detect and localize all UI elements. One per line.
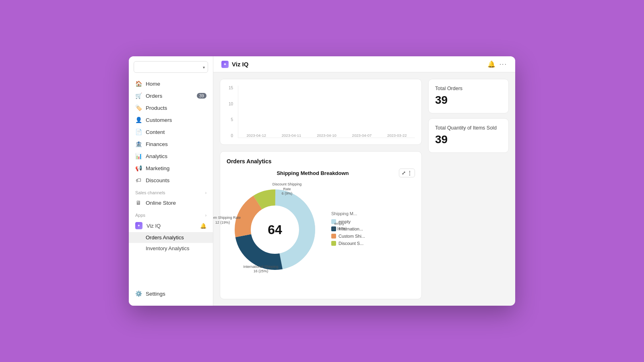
inventory-analytics-label: Inventory Analytics (146, 245, 189, 251)
legend-item-custom: Custom Shi... (331, 234, 415, 239)
sidebar-item-home[interactable]: 🏠 Home (129, 78, 213, 90)
chart-title: Shipping Method Breakdown (227, 170, 399, 176)
total-qty-value: 39 (435, 133, 502, 146)
store-dropdown[interactable] (134, 61, 208, 73)
bar-date-label: 2023-04-10 (317, 133, 336, 138)
settings-label: Settings (146, 291, 165, 297)
right-column: Total Orders 39 Total Quantity of Items … (428, 79, 509, 299)
apps-chevron: › (205, 213, 206, 218)
donut-chart: 64 Discount Shipping Rate6 (9%) Custom S… (227, 181, 323, 278)
total-orders-card: Total Orders 39 (428, 79, 509, 113)
topbar-more-button[interactable]: ··· (500, 61, 507, 68)
sidebar-label-products: Products (146, 105, 167, 111)
sidebar-label-customers: Customers (146, 117, 172, 123)
analytics-icon: 📊 (135, 153, 142, 159)
expand-icon: ⤢ (402, 170, 406, 176)
sidebar-item-online-store[interactable]: 🖥 Online Store (129, 197, 213, 209)
orders-analytics-card: Orders Analytics Shipping Method Breakdo… (220, 151, 422, 299)
sidebar-item-settings[interactable]: ⚙️ Settings (129, 286, 213, 301)
sidebar-item-finances[interactable]: 🏦 Finances (129, 138, 213, 150)
donut-outer: 64 Discount Shipping Rate6 (9%) Custom S… (227, 181, 323, 278)
viz-iq-bell-icon: 🔔 (200, 223, 206, 229)
donut-section: 64 Discount Shipping Rate6 (9%) Custom S… (227, 181, 415, 278)
bar-date-label: 2023-04-07 (352, 133, 372, 138)
online-store-icon: 🖥 (135, 200, 142, 206)
sidebar: ▾ 🏠 Home 🛒 Orders 39 🏷️ Products 👤 Custo… (129, 56, 213, 306)
donut-label-international: International Shipping16 (25%) (239, 265, 283, 274)
donut-label-empty: empty30 (47%) (325, 222, 353, 231)
analytics-section-title: Orders Analytics (227, 158, 272, 165)
viz-iq-icon: ✦ (135, 222, 142, 229)
bar-date-label: 2023-03-22 (387, 133, 407, 138)
sidebar-label-analytics: Analytics (146, 153, 167, 159)
legend-label-discount: Discount S... (339, 241, 363, 246)
orders-analytics-label: Orders Analytics (146, 234, 184, 241)
sidebar-item-orders[interactable]: 🛒 Orders 39 (129, 90, 213, 102)
bar-group: 2023-04-10 (313, 132, 341, 138)
topbar-bell-button[interactable]: 🔔 (487, 60, 495, 68)
sidebar-item-inventory-analytics[interactable]: Inventory Analytics (129, 243, 213, 254)
legend-item-discount: Discount S... (331, 241, 415, 246)
legend-title: Shipping M... (331, 211, 415, 216)
expand-button[interactable]: ⤢ ⋮ (399, 169, 415, 177)
sales-channels-label: Sales channels (135, 190, 165, 195)
settings-icon: ⚙️ (135, 290, 142, 297)
apps-section: Apps › (129, 209, 213, 219)
sidebar-label-discounts: Discounts (146, 177, 169, 183)
sidebar-item-analytics[interactable]: 📊 Analytics (129, 150, 213, 162)
sidebar-label-content: Content (146, 129, 165, 135)
finances-icon: 🏦 (135, 141, 142, 147)
sidebar-item-orders-analytics[interactable]: Orders Analytics (129, 232, 213, 243)
sidebar-label-viz-iq: Viz IQ (147, 223, 161, 229)
bar-group: 2023-04-11 (277, 132, 305, 138)
apps-label: Apps (135, 213, 145, 218)
sidebar-label-orders: Orders (146, 93, 162, 99)
orders-icon: 🛒 (135, 93, 142, 99)
total-orders-label: Total Orders (435, 86, 502, 91)
sidebar-item-viz-iq[interactable]: ✦ Viz IQ 🔔 (129, 219, 213, 232)
total-qty-label: Total Quantity of Items Sold (435, 125, 502, 131)
chart-header: Shipping Method Breakdown ⤢ ⋮ (227, 169, 415, 177)
bar-group: 2023-04-12 (242, 132, 270, 138)
legend-label-custom: Custom Shi... (339, 234, 365, 239)
donut-center-value: 64 (268, 222, 282, 237)
main-content: ✦ Viz IQ 🔔 ··· 0 5 10 15 (213, 56, 515, 306)
more-icon: ⋮ (407, 170, 412, 176)
sales-channels-section: Sales channels › (129, 186, 213, 197)
bar-group: 2023-04-07 (348, 132, 376, 138)
bar-date-label: 2023-04-12 (246, 133, 266, 138)
customers-icon: 👤 (135, 117, 142, 123)
sales-channels-chevron: › (205, 191, 206, 195)
donut-label-custom: Custom Shipping Rate12 (19%) (213, 216, 243, 225)
legend-color-discount (331, 241, 336, 246)
left-column: 0 5 10 15 2023-04-122023-04-112023-04-10… (220, 79, 422, 299)
topbar-viz-icon: ✦ (221, 61, 229, 68)
discounts-icon: 🏷 (135, 177, 142, 183)
bars-area: 2023-04-122023-04-112023-04-102023-04-07… (238, 86, 415, 138)
total-qty-card: Total Quantity of Items Sold 39 (428, 118, 509, 153)
donut-label-discount: Discount Shipping Rate6 (9%) (269, 182, 305, 196)
sidebar-label-home: Home (146, 81, 160, 87)
app-brand: ✦ Viz IQ (221, 61, 248, 68)
sidebar-item-content[interactable]: 📄 Content (129, 126, 213, 138)
sidebar-item-products[interactable]: 🏷️ Products (129, 102, 213, 114)
sidebar-label-marketing: Marketing (146, 165, 169, 171)
products-icon: 🏷️ (135, 105, 142, 111)
content-area: 0 5 10 15 2023-04-122023-04-112023-04-10… (213, 72, 515, 306)
app-window: ▾ 🏠 Home 🛒 Orders 39 🏷️ Products 👤 Custo… (129, 56, 515, 306)
sidebar-item-customers[interactable]: 👤 Customers (129, 114, 213, 126)
bar-date-label: 2023-04-11 (282, 133, 301, 138)
topbar-title: Viz IQ (232, 61, 248, 68)
marketing-icon: 📢 (135, 165, 142, 171)
home-icon: 🏠 (135, 80, 142, 87)
store-selector[interactable]: ▾ (134, 61, 208, 73)
topbar: ✦ Viz IQ 🔔 ··· (213, 56, 515, 72)
sidebar-item-marketing[interactable]: 📢 Marketing (129, 162, 213, 174)
sidebar-item-discounts[interactable]: 🏷 Discounts (129, 174, 213, 186)
bar-group: 2023-03-22 (383, 132, 411, 138)
sidebar-label-online-store: Online Store (146, 200, 176, 206)
legend-color-custom (331, 234, 336, 239)
bar-chart-card: 0 5 10 15 2023-04-122023-04-112023-04-10… (220, 79, 422, 145)
y-axis: 0 5 10 15 (227, 86, 236, 138)
content-icon: 📄 (135, 129, 142, 135)
